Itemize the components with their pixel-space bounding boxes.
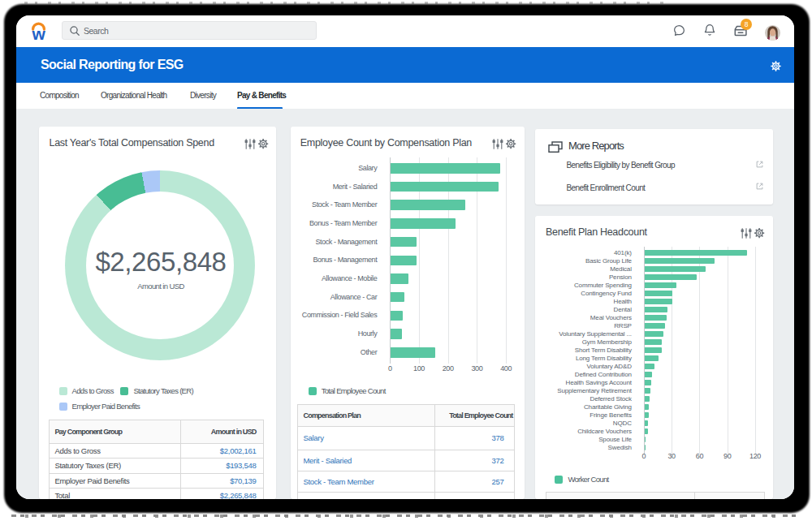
- svg-text:w: w: [32, 24, 46, 42]
